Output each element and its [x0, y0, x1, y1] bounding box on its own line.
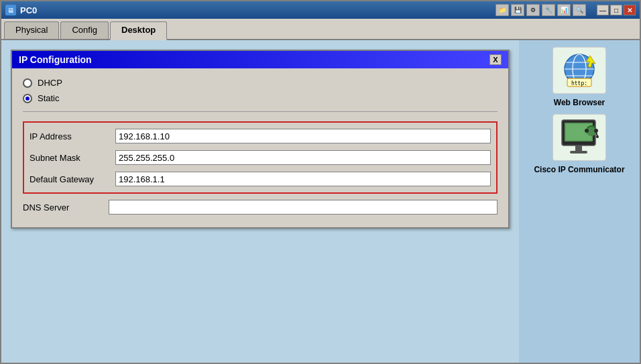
web-browser-svg: http:: [557, 50, 602, 90]
toolbar-icon-5[interactable]: 📊: [557, 4, 571, 16]
ip-address-label: IP Address: [30, 131, 110, 141]
radio-static-label: Static: [38, 93, 60, 103]
sidebar-app-web-browser[interactable]: http: Web Browser: [526, 47, 633, 107]
window-icon: 🖥: [5, 5, 16, 15]
window-title: PC0: [20, 5, 491, 15]
sidebar-app-cisco-ip[interactable]: Cisco IP Communicator: [526, 114, 633, 174]
ip-config-dialog: IP Configuration X DHCP Static: [11, 50, 510, 229]
main-content: IP Configuration X DHCP Static: [1, 40, 640, 363]
right-sidebar: http: Web Browser: [519, 40, 640, 363]
web-browser-label: Web Browser: [554, 98, 605, 107]
dialog-close-button[interactable]: X: [489, 54, 502, 65]
default-gateway-input[interactable]: [115, 172, 491, 186]
tab-bar: Physical Config Desktop: [1, 19, 640, 40]
tab-desktop[interactable]: Desktop: [110, 21, 167, 40]
cisco-ip-icon-container: [552, 114, 606, 161]
field-row-gateway: Default Gateway: [30, 168, 491, 190]
radio-static[interactable]: Static: [23, 93, 498, 103]
default-gateway-label: Default Gateway: [30, 174, 110, 184]
svg-point-17: [596, 135, 599, 138]
subnet-mask-input[interactable]: [115, 150, 491, 165]
window-controls: — □ ✕: [597, 5, 636, 15]
toolbar-icon-6[interactable]: 🔍: [573, 4, 586, 16]
radio-dhcp[interactable]: DHCP: [23, 78, 498, 88]
tab-physical[interactable]: Physical: [4, 21, 59, 39]
field-row-subnet: Subnet Mask: [30, 147, 491, 168]
field-row-ip: IP Address: [30, 125, 491, 147]
tab-config[interactable]: Config: [60, 21, 109, 39]
dialog-title-bar: IP Configuration X: [12, 51, 508, 68]
minimize-button[interactable]: —: [597, 5, 609, 15]
radio-dhcp-circle[interactable]: [23, 78, 32, 88]
maximize-button[interactable]: □: [610, 5, 622, 15]
close-button[interactable]: ✕: [624, 5, 636, 15]
field-row-dns: DNS Server: [23, 196, 498, 218]
toolbar-icon-3[interactable]: ⚙: [526, 4, 540, 16]
dialog-title: IP Configuration: [19, 54, 92, 65]
toolbar-icon-4[interactable]: 🔧: [542, 4, 555, 16]
svg-rect-11: [575, 145, 582, 151]
cisco-ip-label: Cisco IP Communicator: [534, 165, 624, 174]
title-bar: 🖥 PC0 📁 💾 ⚙ 🔧 📊 🔍 — □ ✕: [1, 1, 640, 19]
dns-server-input[interactable]: [109, 200, 498, 215]
radio-dhcp-label: DHCP: [38, 78, 62, 88]
svg-text:http:: http:: [571, 80, 587, 86]
toolbar-icon-2[interactable]: 💾: [511, 4, 524, 16]
toolbar-icon-1[interactable]: 📁: [496, 4, 509, 16]
dialog-body: DHCP Static IP Address: [12, 68, 508, 227]
left-panel: IP Configuration X DHCP Static: [1, 40, 519, 363]
svg-point-14: [585, 129, 589, 133]
ip-address-input[interactable]: [115, 129, 491, 143]
subnet-mask-label: Subnet Mask: [30, 153, 110, 163]
svg-rect-12: [570, 151, 587, 154]
main-window: 🖥 PC0 📁 💾 ⚙ 🔧 📊 🔍 — □ ✕ Physical Config …: [0, 0, 641, 364]
cisco-ip-svg: [557, 117, 602, 158]
radio-static-circle[interactable]: [23, 94, 32, 103]
divider: [23, 111, 498, 112]
web-browser-icon-container: http:: [552, 47, 606, 94]
highlighted-fields: IP Address Subnet Mask Default Gateway: [23, 121, 498, 194]
radio-group: DHCP Static: [23, 78, 498, 103]
dns-server-label: DNS Server: [23, 202, 103, 213]
